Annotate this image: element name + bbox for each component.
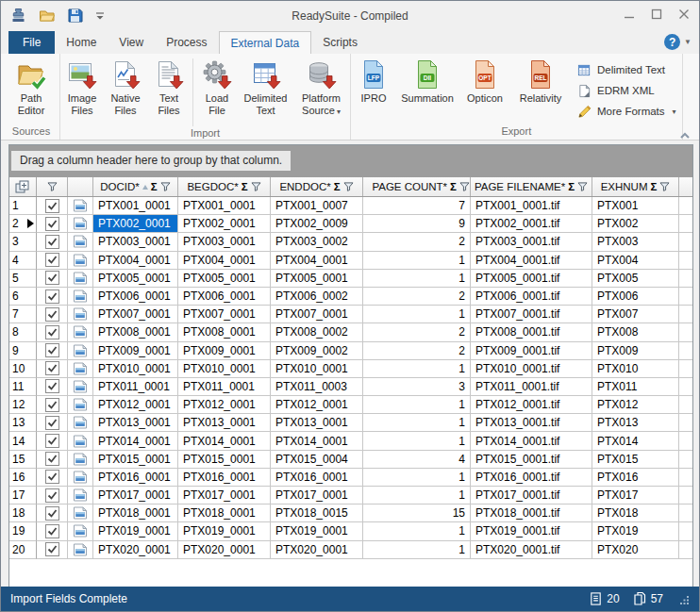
maximize-icon[interactable] — [651, 8, 662, 20]
cell-enddoc[interactable]: PTX017_0001 — [271, 487, 363, 504]
row-checkbox[interactable] — [37, 306, 68, 323]
cell-page-filename[interactable]: PTX007_0001.tif — [471, 306, 592, 323]
cell-exhnum[interactable]: PTX013 — [592, 414, 679, 432]
cell-exhnum[interactable]: PTX004 — [592, 252, 679, 270]
row-checkbox[interactable] — [37, 504, 68, 522]
cell-docid[interactable]: PTX004_0001 — [93, 252, 178, 270]
row-checkbox[interactable] — [37, 414, 68, 432]
cell-exhnum[interactable]: PTX016 — [592, 469, 679, 487]
tab-view[interactable]: View — [108, 31, 155, 54]
cell-page-count[interactable]: 4 — [363, 451, 471, 469]
cell-enddoc[interactable]: PTX001_0007 — [271, 197, 363, 215]
cell-docid[interactable]: PTX013_0001 — [93, 414, 178, 432]
ribbon-button-edrm-xml[interactable]: EDRM XML — [577, 83, 676, 98]
cell-docid[interactable]: PTX015_0001 — [93, 451, 178, 469]
filter-icon[interactable] — [251, 182, 261, 191]
cell-begdoc[interactable]: PTX012_0001 — [178, 396, 271, 414]
cell-enddoc[interactable]: PTX020_0001 — [271, 541, 363, 559]
cell-begdoc[interactable]: PTX008_0001 — [178, 323, 271, 341]
row-checkbox[interactable] — [37, 270, 68, 288]
ribbon-button-native-files[interactable]: NativeFiles — [104, 58, 147, 117]
row-checkbox[interactable] — [37, 288, 68, 306]
ribbon-button-image-files[interactable]: ImageFiles — [60, 58, 104, 117]
cell-exhnum[interactable]: PTX018 — [592, 504, 679, 522]
open-folder-icon[interactable] — [39, 8, 55, 24]
cell-page-filename[interactable]: PTX010_0001.tif — [471, 360, 592, 378]
cell-begdoc[interactable]: PTX004_0001 — [178, 252, 271, 270]
checkbox-column-header[interactable] — [37, 177, 68, 196]
cell-enddoc[interactable]: PTX018_0015 — [271, 504, 363, 522]
cell-page-filename[interactable]: PTX008_0001.tif — [471, 323, 592, 341]
filter-icon[interactable] — [459, 182, 470, 191]
ribbon-button-platform-source[interactable]: PlatformSource▾ — [292, 58, 350, 118]
cell-docid[interactable]: PTX018_0001 — [93, 504, 178, 522]
cell-exhnum[interactable]: PTX006 — [592, 288, 679, 306]
cell-exhnum[interactable]: PTX017 — [592, 487, 679, 504]
cell-page-count[interactable]: 1 — [363, 487, 471, 504]
cell-begdoc[interactable]: PTX014_0001 — [178, 432, 271, 450]
row-checkbox[interactable] — [37, 252, 68, 270]
cell-begdoc[interactable]: PTX018_0001 — [178, 504, 271, 522]
cell-begdoc[interactable]: PTX011_0001 — [178, 378, 271, 396]
cell-exhnum[interactable]: PTX014 — [592, 432, 679, 450]
cell-begdoc[interactable]: PTX009_0001 — [178, 342, 271, 360]
cell-page-count[interactable]: 1 — [363, 306, 471, 323]
cell-enddoc[interactable]: PTX019_0001 — [271, 522, 363, 540]
cell-exhnum[interactable]: PTX003 — [592, 233, 679, 251]
cell-begdoc[interactable]: PTX019_0001 — [178, 522, 271, 540]
cell-page-count[interactable]: 7 — [363, 197, 471, 215]
close-icon[interactable] — [678, 8, 690, 20]
sigma-summary-icon[interactable]: Σ — [568, 181, 575, 192]
app-logo-icon[interactable] — [10, 8, 26, 24]
tab-scripts[interactable]: Scripts — [311, 31, 369, 54]
cell-exhnum[interactable]: PTX009 — [592, 342, 679, 360]
sigma-summary-icon[interactable]: Σ — [334, 181, 341, 192]
ribbon-button-delimited-text[interactable]: DelimitedText — [239, 58, 292, 117]
cell-docid[interactable]: PTX007_0001 — [93, 306, 178, 323]
cell-docid[interactable]: PTX009_0001 — [93, 342, 178, 360]
cell-begdoc[interactable]: PTX001_0001 — [178, 197, 271, 215]
cell-begdoc[interactable]: PTX013_0001 — [178, 414, 271, 432]
cell-exhnum[interactable]: PTX005 — [592, 270, 679, 288]
cell-page-filename[interactable]: PTX005_0001.tif — [471, 270, 592, 288]
cell-exhnum[interactable]: PTX011 — [592, 378, 679, 396]
tab-home[interactable]: Home — [55, 31, 108, 54]
row-checkbox[interactable] — [37, 323, 68, 341]
cell-page-count[interactable]: 15 — [363, 504, 471, 522]
filter-icon[interactable] — [577, 182, 588, 191]
cell-begdoc[interactable]: PTX020_0001 — [178, 541, 271, 559]
cell-page-count[interactable]: 1 — [363, 396, 471, 414]
filter-icon[interactable] — [160, 182, 171, 191]
cell-enddoc[interactable]: PTX005_0001 — [271, 270, 363, 288]
cell-page-filename[interactable]: PTX017_0001.tif — [471, 487, 592, 504]
row-checkbox[interactable] — [37, 233, 68, 251]
cell-docid[interactable]: PTX014_0001 — [93, 432, 178, 450]
cell-enddoc[interactable]: PTX013_0001 — [271, 414, 363, 432]
cell-page-filename[interactable]: PTX002_0001.tif — [471, 215, 592, 233]
filter-icon[interactable] — [659, 182, 670, 191]
resize-grip[interactable] — [680, 594, 690, 604]
cell-page-count[interactable]: 1 — [363, 270, 471, 288]
column-header-pages[interactable]: PAGE COUNT*Σ — [363, 177, 471, 196]
cell-exhnum[interactable]: PTX001 — [592, 197, 679, 215]
cell-exhnum[interactable]: PTX002 — [592, 215, 679, 233]
ribbon-button-path-editor[interactable]: PathEditor — [3, 58, 59, 117]
cell-page-count[interactable]: 1 — [363, 541, 471, 559]
cell-page-filename[interactable]: PTX020_0001.tif — [471, 541, 592, 559]
help-dropdown-icon[interactable]: ▼ — [684, 38, 692, 46]
row-checkbox[interactable] — [37, 378, 68, 396]
row-checkbox[interactable] — [37, 342, 68, 360]
cell-begdoc[interactable]: PTX010_0001 — [178, 360, 271, 378]
cell-enddoc[interactable]: PTX015_0004 — [271, 451, 363, 469]
cell-enddoc[interactable]: PTX006_0002 — [271, 288, 363, 306]
cell-docid[interactable]: PTX002_0001 — [93, 215, 178, 233]
column-header-begdoc[interactable]: BEGDOC*Σ — [178, 177, 271, 196]
cell-begdoc[interactable]: PTX016_0001 — [178, 469, 271, 487]
row-checkbox[interactable] — [37, 487, 68, 504]
cell-page-filename[interactable]: PTX011_0001.tif — [471, 378, 592, 396]
cell-page-filename[interactable]: PTX015_0001.tif — [471, 451, 592, 469]
cell-begdoc[interactable]: PTX002_0001 — [178, 215, 271, 233]
collapse-ribbon-icon[interactable] — [679, 126, 691, 134]
cell-enddoc[interactable]: PTX007_0001 — [271, 306, 363, 323]
cell-page-filename[interactable]: PTX006_0001.tif — [471, 288, 592, 306]
